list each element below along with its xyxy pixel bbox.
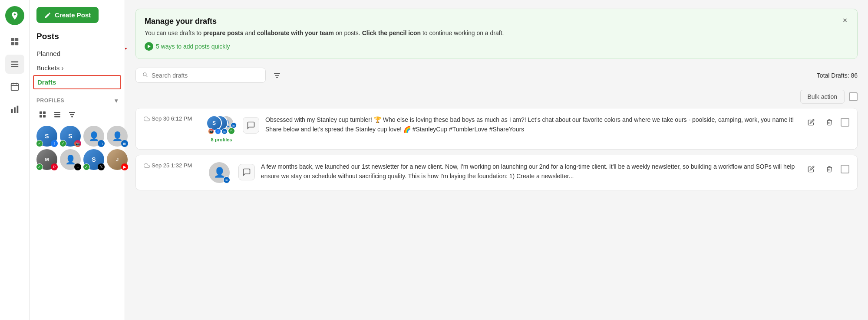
draft-checkbox-2[interactable] xyxy=(841,165,849,173)
sidebar-section-title: Posts xyxy=(30,32,125,46)
icon-bar xyxy=(0,0,30,320)
svg-rect-5 xyxy=(11,64,18,65)
info-banner: Manage your drafts You can use drafts to… xyxy=(135,9,858,59)
sidebar-item-drafts[interactable]: Drafts xyxy=(33,75,121,89)
posts-nav-icon[interactable] xyxy=(5,32,24,51)
svg-rect-15 xyxy=(43,111,46,114)
svg-rect-2 xyxy=(11,42,14,45)
draft-text-1: Obsessed with my Stanley cup tumbler! 🏆 … xyxy=(265,115,798,134)
analytics-nav-icon[interactable] xyxy=(5,100,24,119)
cloud-icon-2 xyxy=(144,163,150,169)
svg-rect-13 xyxy=(17,106,18,113)
profile-avatar-4[interactable]: 👤 in xyxy=(107,126,128,147)
search-icon xyxy=(142,72,148,79)
draft-profiles-1: S S 👤 f in in 📷 5 8 profiles xyxy=(206,115,237,142)
profile-avatar-3[interactable]: 👤 in xyxy=(83,126,104,147)
svg-rect-22 xyxy=(70,114,74,115)
profile-avatar-8[interactable]: J ▶ xyxy=(107,149,128,170)
svg-rect-1 xyxy=(15,38,18,41)
svg-rect-11 xyxy=(11,109,13,113)
grid-view-icon[interactable] xyxy=(36,108,49,121)
sidebar-item-planned[interactable]: Planned xyxy=(30,46,125,61)
draft-actions-1 xyxy=(804,115,849,129)
draft-actions-2 xyxy=(804,162,849,176)
calendar-nav-icon[interactable] xyxy=(5,77,24,96)
draft-checkbox-1[interactable] xyxy=(841,118,849,127)
filter-icon[interactable] xyxy=(270,69,284,82)
svg-rect-23 xyxy=(71,116,73,118)
bulk-action-row: Bulk action xyxy=(135,90,858,104)
svg-rect-6 xyxy=(11,66,18,67)
search-box[interactable] xyxy=(135,68,266,83)
draft-delete-button-2[interactable] xyxy=(822,162,836,176)
profile-avatar-7[interactable]: S ✓ 𝕏 xyxy=(83,149,104,170)
svg-rect-3 xyxy=(15,42,18,45)
draft-text-2: A few months back, we launched our 1st n… xyxy=(261,162,798,181)
draft-meta-2: Sep 25 1:32 PM xyxy=(144,162,200,169)
banner-title: Manage your drafts xyxy=(145,17,848,26)
profile-view-toggle xyxy=(30,107,125,124)
banner-link[interactable]: 5 ways to add posts quickly xyxy=(145,42,848,51)
draft-card-1: Sep 30 6:12 PM S S 👤 f in in 📷 5 8 profi… xyxy=(135,108,858,150)
svg-rect-18 xyxy=(54,112,60,113)
banner-text: You can use drafts to prepare posts and … xyxy=(145,29,848,38)
sidebar: Create Post Posts Planned Buckets › Draf… xyxy=(30,0,125,320)
draft-message-icon-2 xyxy=(238,164,255,180)
draft-card-2: Sep 25 1:32 PM 👤 in A few months back, w… xyxy=(135,155,858,190)
list-view-icon[interactable] xyxy=(51,108,63,121)
logo-icon[interactable] xyxy=(5,6,24,25)
total-drafts-label: Total Drafts: 86 xyxy=(817,72,858,79)
sidebar-item-buckets[interactable]: Buckets › xyxy=(30,61,125,75)
profiles-grid: S ✓ f S ✓ 📷 👤 in 👤 in M ✓ P 👤 ♪ xyxy=(30,124,125,172)
svg-rect-12 xyxy=(14,107,16,113)
svg-rect-19 xyxy=(54,114,60,115)
draft-profiles-count-1: 8 profiles xyxy=(211,137,232,142)
list-nav-icon[interactable] xyxy=(5,55,24,74)
svg-rect-21 xyxy=(69,112,75,113)
draft-delete-button-1[interactable] xyxy=(822,115,836,129)
select-all-checkbox[interactable] xyxy=(849,92,858,101)
profile-avatar-2[interactable]: S ✓ 📷 xyxy=(60,126,81,147)
svg-rect-17 xyxy=(43,115,46,118)
profile-avatar-1[interactable]: S ✓ f xyxy=(36,126,57,147)
main-content: Manage your drafts You can use drafts to… xyxy=(125,0,868,320)
bulk-action-button[interactable]: Bulk action xyxy=(800,90,845,104)
svg-rect-16 xyxy=(40,115,42,118)
draft-edit-button-2[interactable] xyxy=(804,162,818,176)
play-icon xyxy=(145,42,153,51)
search-row: Total Drafts: 86 xyxy=(135,68,858,83)
svg-rect-4 xyxy=(11,62,18,62)
create-post-button[interactable]: Create Post xyxy=(36,7,99,23)
svg-rect-7 xyxy=(11,84,18,91)
svg-rect-0 xyxy=(11,38,14,41)
profiles-section-header: PROFILES ▾ xyxy=(30,93,125,107)
profile-avatar-5[interactable]: M ✓ P xyxy=(36,149,57,170)
svg-rect-14 xyxy=(40,111,42,114)
profile-avatar-6[interactable]: 👤 ♪ xyxy=(60,149,81,170)
search-input[interactable] xyxy=(152,72,259,79)
draft-message-icon-1 xyxy=(243,117,259,134)
svg-rect-20 xyxy=(54,116,60,118)
draft-edit-button-1[interactable] xyxy=(804,115,818,129)
draft-profiles-2: 👤 in xyxy=(206,162,232,183)
profiles-chevron-icon[interactable]: ▾ xyxy=(115,97,118,104)
draft-meta-1: Sep 30 6:12 PM xyxy=(144,115,200,122)
banner-close-button[interactable]: × xyxy=(840,15,850,26)
svg-marker-25 xyxy=(148,45,151,48)
filter-view-icon[interactable] xyxy=(66,108,78,121)
cloud-icon xyxy=(144,116,150,122)
